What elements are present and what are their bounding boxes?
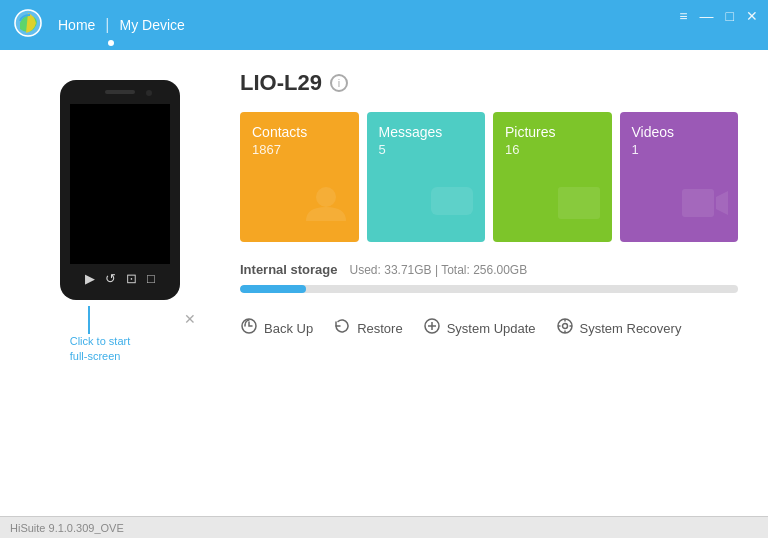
svg-point-4	[440, 198, 446, 204]
system-update-label: System Update	[447, 321, 536, 336]
svg-point-8	[566, 195, 574, 203]
nav-separator: |	[105, 16, 109, 34]
svg-rect-9	[682, 189, 714, 217]
svg-point-6	[458, 198, 464, 204]
storage-header: Internal storage Used: 33.71GB | Total: …	[240, 262, 738, 277]
phone-rotate-button[interactable]: ↺	[105, 271, 116, 286]
backup-button[interactable]: Back Up	[240, 313, 313, 343]
card-contacts-label: Contacts	[252, 124, 347, 140]
tooltip-line	[88, 306, 90, 334]
card-videos-count: 1	[632, 142, 727, 157]
storage-info: Used: 33.71GB | Total: 256.00GB	[350, 263, 528, 277]
nav-mydevice[interactable]: My Device	[114, 13, 191, 37]
backup-label: Back Up	[264, 321, 313, 336]
phone-mockup: ▶ ↺ ⊡ □	[60, 80, 180, 300]
tooltip-text: Click to startfull-screen	[70, 334, 131, 365]
storage-label: Internal storage	[240, 262, 338, 277]
backup-icon	[240, 317, 258, 339]
svg-point-2	[316, 187, 336, 207]
card-videos-icon	[680, 181, 730, 234]
restore-button[interactable]: Restore	[333, 313, 403, 343]
card-videos[interactable]: Videos 1	[620, 112, 739, 242]
card-pictures-icon	[554, 181, 604, 234]
storage-section: Internal storage Used: 33.71GB | Total: …	[240, 262, 738, 293]
device-title-row: LIO-L29 i	[240, 70, 738, 96]
maximize-button[interactable]: □	[726, 8, 734, 24]
restore-label: Restore	[357, 321, 403, 336]
storage-bar-container	[240, 285, 738, 293]
data-cards-grid: Contacts 1867 Messages 5	[240, 112, 738, 242]
main-nav: Home | My Device	[52, 13, 191, 37]
phone-play-button[interactable]: ▶	[85, 271, 95, 286]
window-controls: ≡ — □ ✕	[679, 8, 758, 24]
system-update-button[interactable]: System Update	[423, 313, 536, 343]
close-notification-button[interactable]: ✕	[184, 311, 196, 327]
close-button[interactable]: ✕	[746, 8, 758, 24]
system-recovery-label: System Recovery	[580, 321, 682, 336]
tooltip-area: Click to startfull-screen	[70, 306, 131, 365]
status-bar: HiSuite 9.1.0.309_OVE	[0, 516, 768, 538]
restore-icon	[333, 317, 351, 339]
minimize-button[interactable]: —	[700, 8, 714, 24]
phone-screen	[70, 104, 170, 264]
card-messages-count: 5	[379, 142, 474, 157]
close-notification-area: ✕	[184, 310, 196, 328]
card-contacts[interactable]: Contacts 1867	[240, 112, 359, 242]
device-section: LIO-L29 i Contacts 1867 Messages 5	[210, 70, 738, 496]
phone-screenshot-button[interactable]: ⊡	[126, 271, 137, 286]
storage-bar-fill	[240, 285, 306, 293]
svg-point-5	[449, 198, 455, 204]
app-logo	[12, 7, 44, 43]
system-recovery-button[interactable]: System Recovery	[556, 313, 682, 343]
system-recovery-icon	[556, 317, 574, 339]
info-icon-label: i	[338, 77, 340, 89]
nav-active-indicator	[108, 40, 114, 46]
phone-speaker	[105, 90, 135, 94]
device-name: LIO-L29	[240, 70, 322, 96]
version-text: HiSuite 9.1.0.309_OVE	[10, 522, 124, 534]
svg-point-15	[562, 324, 567, 329]
card-videos-label: Videos	[632, 124, 727, 140]
action-buttons: Back Up Restore	[240, 313, 738, 343]
system-update-icon	[423, 317, 441, 339]
card-contacts-count: 1867	[252, 142, 347, 157]
card-pictures-count: 16	[505, 142, 600, 157]
card-pictures[interactable]: Pictures 16	[493, 112, 612, 242]
card-messages-label: Messages	[379, 124, 474, 140]
title-bar: Home | My Device ≡ — □ ✕	[0, 0, 768, 50]
card-pictures-label: Pictures	[505, 124, 600, 140]
phone-controls: ▶ ↺ ⊡ □	[85, 271, 155, 286]
phone-camera	[146, 90, 152, 96]
phone-section: ▶ ↺ ⊡ □ Click to startfull-screen ✕	[30, 70, 210, 496]
card-messages-icon	[427, 181, 477, 234]
phone-fullscreen-button[interactable]: □	[147, 271, 155, 286]
nav-home[interactable]: Home	[52, 13, 101, 37]
card-messages[interactable]: Messages 5	[367, 112, 486, 242]
card-contacts-icon	[301, 181, 351, 234]
device-info-icon[interactable]: i	[330, 74, 348, 92]
main-content: ▶ ↺ ⊡ □ Click to startfull-screen ✕ LIO-…	[0, 50, 768, 516]
menu-icon[interactable]: ≡	[679, 8, 687, 24]
